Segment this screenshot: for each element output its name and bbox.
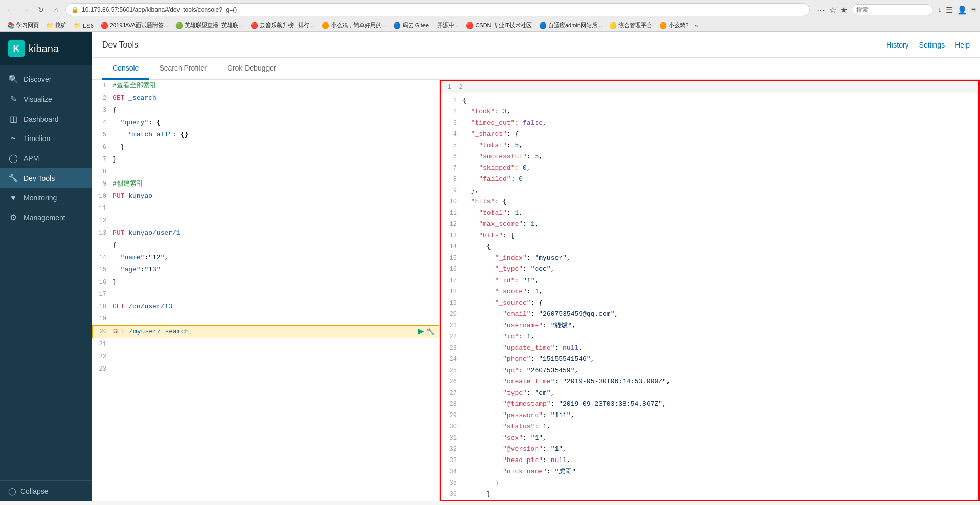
resp-line-13: 13 "hits": [ [441,230,978,241]
browser-chrome: ← → ↻ ⌂ 🔒 10.179.86.57:5601/app/kibana#/… [0,0,980,32]
resp-line-4: 4 "_shards": { [441,129,978,140]
code-line-16: 16 } [92,276,439,288]
tab-search-profiler[interactable]: Search Profiler [149,58,217,80]
resp-line-27: 27 "type": "cm", [441,387,978,399]
run-button[interactable]: ▶ [418,326,424,336]
code-line-2: 2 GET _search [92,92,439,104]
resp-line-3: 3 "timed_out": false, [441,118,978,129]
bookmark-folder-icon: 📁 [74,22,81,29]
resp-line-35: 35 } [441,477,978,489]
bookmark-xiaoji[interactable]: 🟠 小么鸡，简单好用的... [319,20,389,30]
collapse-icon: ◯ [8,487,16,495]
editor-panel: 1 #查看全部索引 2 GET _search 3 { 4 "query": { [92,80,440,501]
code-line-9: 9 #创建索引 [92,178,439,190]
settings-link[interactable]: Settings [919,41,945,49]
collapse-button[interactable]: ◯ Collapse [8,487,84,495]
bookmark-icon[interactable]: ★ [840,5,848,15]
bookmark-gitee-icon: 🔵 [393,22,401,29]
back-button[interactable]: ← [4,4,16,16]
history-link[interactable]: History [886,41,909,49]
address-bar[interactable]: 🔒 10.179.86.57:5601/app/kibana#/dev_tool… [65,3,810,16]
bookmark-wakuang[interactable]: 📁 挖矿 [43,20,70,30]
sidebar-item-label: Timelion [24,134,50,143]
bookmark-music-icon: 🔴 [251,22,258,29]
bookmark-csdn[interactable]: 🔴 CSDN-专业IT技术社区 [463,20,535,30]
code-line-11: 11 [92,202,439,215]
resp-line-37: 37 ] [441,500,978,501]
monitoring-icon: ♥ [8,193,18,202]
code-line-21: 21 [92,338,439,351]
sidebar-logo: K kibana [0,32,92,65]
menu-icon[interactable]: ≡ [971,5,976,14]
home-button[interactable]: ⌂ [50,4,62,16]
sidebar-item-discover[interactable]: 🔍 Discover [0,69,92,89]
resp-line-20: 20 "email": "2607535459@qq.com", [441,309,978,320]
more-bookmarks-icon[interactable]: » [695,22,698,29]
tab-console[interactable]: Console [102,58,149,80]
code-line-14: 14 "name":"12", [92,251,439,264]
bookmarks-bar: 📚 学习网页 📁 挖矿 📁 ES6 🔴 2019JAVA面试题附答... 🟢 英… [0,19,980,32]
code-line-12: 12 [92,215,439,227]
bookmark-xiaoji-icon: 🟠 [322,22,329,29]
sidebar-item-visualize[interactable]: ✎ Visualize [0,89,92,109]
sidebar-item-devtools[interactable]: 🔧 Dev Tools [0,168,92,188]
resp-line-30: 30 "status": 1, [441,421,978,432]
resp-line-6: 6 "successful": 5, [441,151,978,163]
resp-line-8: 8 "failed": 0 [441,174,978,185]
collections-icon[interactable]: ☰ [946,5,953,15]
wrench-button[interactable]: 🔧 [426,327,435,335]
bookmark-admin[interactable]: 🔵 自适应admin网站后... [536,20,605,30]
resp-line-24: 24 "phone": "15155541546", [441,354,978,365]
sidebar: K kibana 🔍 Discover ✎ Visualize ◫ Dashbo… [0,32,92,501]
forward-button[interactable]: → [19,4,32,16]
resp-line-18: 18 "_score": 1, [441,286,978,297]
app-container: K kibana 🔍 Discover ✎ Visualize ◫ Dashbo… [0,32,980,501]
sidebar-item-apm[interactable]: ◯ APM [0,148,92,168]
reload-button[interactable]: ↻ [35,4,47,16]
bookmark-csdn-icon: 🔴 [466,22,474,29]
line-actions: ▶ 🔧 [418,326,439,336]
bookmark-glpt[interactable]: 🟡 综合管理平台 [606,20,655,30]
sidebar-item-label: Dashboard [24,115,59,123]
bookmark-music[interactable]: 🔴 云音乐飙升榜 - 排行... [248,20,318,30]
code-line-7: 7 } [92,153,439,166]
sidebar-item-dashboard[interactable]: ◫ Dashboard [0,109,92,129]
bookmark-xiaoji2[interactable]: 🟠 小么鸡? [656,20,692,30]
tab-grok-debugger[interactable]: Grok Debugger [217,58,286,80]
devtools-icon: 🔧 [8,173,18,183]
browser-search-input[interactable] [852,4,933,15]
sidebar-item-label: Management [24,214,65,222]
more-button[interactable]: ⋯ [817,5,825,15]
code-line-23: 23 [92,363,439,375]
bookmark-xuexiwangye[interactable]: 📚 学习网页 [4,20,42,30]
resp-line-21: 21 "username": "貔炦", [441,320,978,331]
resp-line-16: 16 "_type": "doc", [441,264,978,275]
favorites-icon[interactable]: ☆ [829,5,836,15]
dashboard-icon: ◫ [8,114,18,124]
sidebar-item-monitoring[interactable]: ♥ Monitoring [0,188,92,208]
bookmark-gitee[interactable]: 🔵 码云 Gitee — 开源中... [390,20,462,30]
download-icon[interactable]: ↓ [938,5,942,14]
resp-line-25: 25 "qq": "2607535459", [441,365,978,376]
sidebar-item-timelion[interactable]: ~ Timelion [0,129,92,148]
sidebar-item-label: APM [24,154,39,163]
profile-icon[interactable]: 👤 [957,5,967,15]
lock-icon: 🔒 [71,6,79,13]
bookmark-folder-icon: 📚 [7,22,15,29]
help-link[interactable]: Help [955,41,970,49]
bookmark-java[interactable]: 🔴 2019JAVA面试题附答... [98,20,172,30]
address-text: 10.179.86.57:5601/app/kibana#/dev_tools/… [82,6,804,13]
resp-line-5: 5 "total": 5, [441,140,978,151]
collapse-label: Collapse [20,487,48,495]
kibana-logo-text: kibana [29,43,59,55]
sidebar-item-management[interactable]: ⚙ Management [0,208,92,227]
sidebar-item-label: Visualize [24,95,52,103]
code-line-20-highlighted: 20 GET /myuser/_search ▶ 🔧 [92,325,439,338]
app-title: Dev Tools [102,40,138,50]
bookmark-lol[interactable]: 🟢 英雄联盟直播_英雄联... [172,20,246,30]
bookmark-es6[interactable]: 📁 ES6 [71,21,97,30]
app-header-actions: History Settings Help [886,41,970,49]
bookmark-admin-icon: 🔵 [539,22,547,29]
kibana-logo-icon: K [8,40,25,57]
sidebar-footer: ◯ Collapse [0,480,92,501]
